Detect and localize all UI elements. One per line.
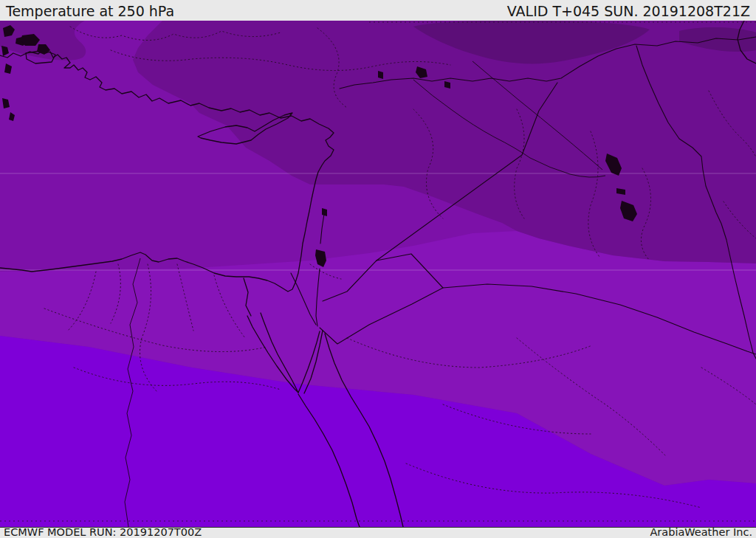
temperature-bands xyxy=(0,21,756,527)
page-title: Temperature at 250 hPa xyxy=(6,1,174,21)
footer-bar: ECMWF MODEL RUN: 20191207T00Z ArabiaWeat… xyxy=(0,527,756,538)
model-run-label: ECMWF MODEL RUN: 20191207T00Z xyxy=(4,527,202,538)
header-bar: Temperature at 250 hPa VALID T+045 SUN. … xyxy=(0,0,756,21)
credit-label: ArabiaWeather Inc. xyxy=(650,527,752,538)
valid-time-label: VALID T+045 SUN. 20191208T21Z xyxy=(507,1,750,21)
weather-map-container xyxy=(0,21,756,527)
weather-map xyxy=(0,21,756,527)
